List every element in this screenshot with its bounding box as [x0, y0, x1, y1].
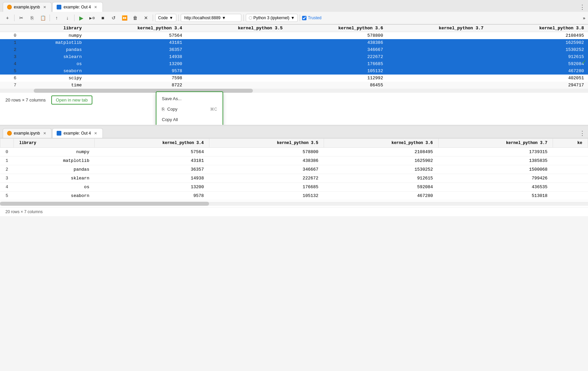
top-tab-more-menu[interactable]: ⋮	[579, 3, 585, 11]
bot-cell-v37: 1739315	[438, 148, 553, 156]
cell-v35	[186, 60, 287, 67]
kernel-label: Python 3 (ipykernel)	[254, 16, 290, 20]
table-row[interactable]: 7 time 8722 86455 294717	[0, 82, 588, 89]
context-menu-save-as[interactable]: Save As...	[156, 93, 223, 104]
bot-table-row[interactable]: 3 sklearn 14938 222672 912615 799426	[0, 174, 588, 183]
table-row[interactable]: 0 numpy 57564 578800 2108495	[0, 32, 588, 39]
run-all-button[interactable]: ⏩	[120, 13, 129, 23]
trusted-checkbox[interactable]	[302, 16, 306, 20]
close-toolbar-button[interactable]: ✕	[141, 13, 151, 23]
bottom-scrollbar-thumb[interactable]	[0, 202, 209, 206]
bottom-table-summary: 20 rows × 7 columns	[5, 209, 42, 214]
cell-library: time	[21, 82, 86, 89]
dataframe-bottom-icon	[57, 131, 61, 136]
cell-library: os	[21, 60, 86, 67]
paste-button[interactable]: 📋	[38, 13, 48, 23]
run-settings-button[interactable]: ▶⚙	[87, 13, 97, 23]
cell-v34: 8722	[86, 82, 186, 89]
tab-notebook-bottom[interactable]: example.ipynb ✕	[3, 128, 52, 138]
cell-v38: 402051	[488, 75, 588, 82]
cell-v37	[387, 60, 488, 67]
cell-v38: 592084	[488, 60, 588, 67]
cell-v36: 346667	[287, 46, 387, 53]
cell-v36: 438386	[287, 39, 387, 46]
tab-notebook-bottom-close[interactable]: ✕	[42, 131, 47, 136]
bot-table-row[interactable]: 2 pandas 36357 346667 1530252 1500068	[0, 165, 588, 174]
move-down-button[interactable]: ↓	[63, 13, 72, 23]
table-row[interactable]: 4 os 13200 176685 592084	[0, 60, 588, 67]
run-button[interactable]: ▶	[77, 13, 86, 23]
cell-v35	[186, 53, 287, 60]
bot-table-row[interactable]: 1 matplotlib 43181 438386 1625902 138583…	[0, 156, 588, 165]
open-in-new-tab-button[interactable]: Open in new tab	[51, 95, 93, 105]
tab-dataframe-close[interactable]: ✕	[93, 4, 98, 10]
cell-v37	[387, 53, 488, 60]
bot-cell-ke	[553, 183, 588, 192]
tab-dataframe-bottom-close[interactable]: ✕	[93, 131, 98, 136]
table-row[interactable]: 1 matplotlib 43181 438386 1625902	[0, 39, 588, 46]
table-row[interactable]: 6 scipy 7598 112992 402051	[0, 75, 588, 82]
bottom-table-wrapper[interactable]: library kernel_python 3.4 kernel_python …	[0, 138, 588, 200]
bottom-tab-bar: example.ipynb ✕ example: Out 4 ✕ ⋮	[0, 126, 588, 138]
bot-cell-v34: 36357	[95, 165, 209, 174]
cell-v35	[186, 32, 287, 39]
clear-button[interactable]: 🗑	[130, 13, 140, 23]
url-bar[interactable]: http://localhost:8889 ▼	[181, 14, 241, 22]
bottom-scrollbar[interactable]	[0, 202, 588, 206]
add-cell-button[interactable]: +	[3, 13, 12, 23]
open-in-tab-label: Open in new tab	[56, 97, 88, 103]
top-table-wrapper[interactable]: library kernel_python 3.4 kernel_python …	[0, 25, 588, 89]
bot-table-row[interactable]: 0 numpy 57564 578800 2108495 1739315	[0, 148, 588, 156]
restart-button[interactable]: ↺	[109, 13, 118, 23]
bottom-section: example.ipynb ✕ example: Out 4 ✕ ⋮ libra…	[0, 125, 588, 216]
bot-cell-idx: 0	[0, 148, 14, 156]
top-content-section: library kernel_python 3.4 kernel_python …	[0, 25, 588, 125]
cell-v37	[387, 75, 488, 82]
bot-table-row[interactable]: 5 seaborn 9578 105132 467280 513018	[0, 192, 588, 200]
cut-button[interactable]: ✂	[17, 13, 26, 23]
copy-icon-small: ⎘	[162, 107, 165, 112]
stop-button[interactable]: ■	[98, 13, 108, 23]
toolbar-sep-4	[153, 15, 153, 21]
cell-v35	[186, 82, 287, 89]
table-row[interactable]: 2 pandas 36357 346667 1530252	[0, 46, 588, 53]
bot-table-row[interactable]: 4 os 13200 176685 592084 436535	[0, 183, 588, 192]
tab-dataframe-label: example: Out 4	[63, 5, 91, 9]
move-up-button[interactable]: ↑	[52, 13, 61, 23]
col-header-v34: kernel_python 3.4	[86, 25, 186, 32]
tab-dataframe-top[interactable]: example: Out 4 ✕	[52, 2, 102, 12]
url-text: http://localhost:8889	[184, 16, 220, 20]
notebook-bottom-icon	[7, 131, 12, 136]
tab-notebook-bottom-label: example.ipynb	[14, 131, 40, 136]
url-chevron: ▼	[222, 16, 226, 20]
tab-dataframe-bottom[interactable]: example: Out 4 ✕	[52, 128, 102, 138]
bot-col-v36: kernel_python 3.6	[324, 139, 438, 148]
bot-cell-library: pandas	[14, 165, 95, 174]
table-row[interactable]: 5 seaborn 9578 105132 467280	[0, 67, 588, 75]
context-menu-copy-all[interactable]: Copy All	[156, 114, 223, 125]
toolbar-overflow[interactable]: »	[583, 16, 585, 21]
kernel-selector[interactable]: Python 3 (ipykernel) ▼	[246, 14, 298, 22]
bot-col-v35: kernel_python 3.5	[209, 139, 324, 148]
tab-notebook-close[interactable]: ✕	[42, 4, 47, 10]
bot-cell-v35: 438386	[209, 156, 324, 165]
copy-cell-button[interactable]: ⎘	[27, 13, 37, 23]
cell-library: matplotlib	[21, 39, 86, 46]
cell-v36: 105132	[287, 67, 387, 75]
top-scrollbar[interactable]	[0, 89, 588, 93]
top-toolbar: + ✂ ⎘ 📋 ↑ ↓ ▶ ▶⚙ ■ ↺ ⏩ 🗑 ✕ Code ▼ http:/…	[0, 12, 588, 24]
context-menu-copy[interactable]: ⎘ Copy ⌘C	[156, 104, 223, 114]
bot-cell-idx: 3	[0, 174, 14, 183]
table-row[interactable]: 3 sklearn 14938 222672 912615	[0, 53, 588, 60]
top-tab-bar: example.ipynb ✕ example: Out 4 ✕ ⋮	[0, 0, 588, 12]
cell-type-dropdown[interactable]: Code ▼	[155, 14, 176, 22]
bottom-tab-more-menu[interactable]: ⋮	[579, 130, 585, 137]
cell-v38: 467280	[488, 67, 588, 75]
cell-v34: 13200	[86, 60, 186, 67]
bot-col-v37: kernel_python 3.7	[438, 139, 553, 148]
bot-cell-v36: 1530252	[324, 165, 438, 174]
cell-idx: 6	[0, 75, 21, 82]
tab-notebook-top[interactable]: example.ipynb ✕	[3, 2, 52, 12]
cell-library: numpy	[21, 32, 86, 39]
cell-idx: 1	[0, 39, 21, 46]
